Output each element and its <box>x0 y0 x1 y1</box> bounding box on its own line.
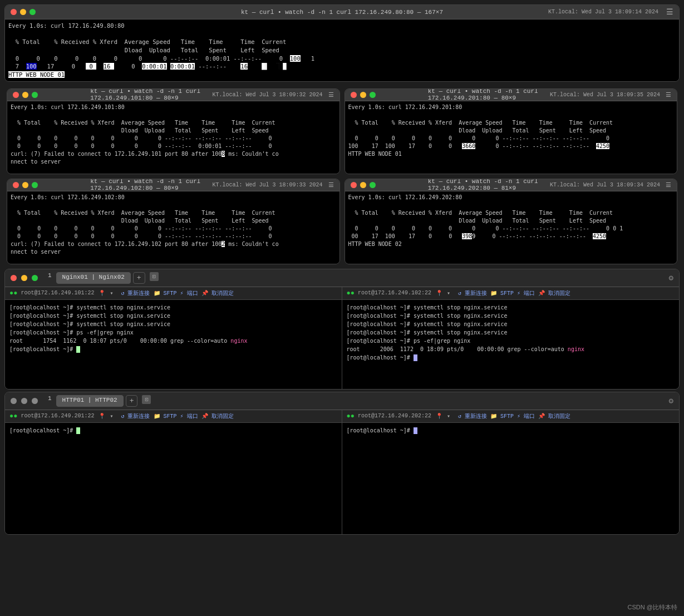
terminal-202-body: Every 1.0s: curl 172.16.249.202:80 % Tot… <box>345 191 677 264</box>
http-tab-1[interactable]: HTTP01 | HTTP02 <box>56 395 124 407</box>
chevron-nginx-1[interactable]: ▾ <box>110 290 113 297</box>
http-pane-2-content: [root@localhost ~]# <box>347 426 675 435</box>
nginx-pane-2-body: [root@localhost ~]# systemctl stop nginx… <box>342 300 680 389</box>
nginx-tab-1[interactable]: Nginx01 | Nginx02 <box>56 272 131 284</box>
unpin-http-1[interactable]: 📌 取消固定 <box>201 412 234 420</box>
terminal-101: kt — curl • watch -d -n 1 curl 172.16.24… <box>7 88 340 174</box>
terminal-202-titlebar: kt — curl • watch -d -n 1 curl 172.16.24… <box>345 179 677 191</box>
location-icon-nginx-2: 📍 <box>436 290 442 297</box>
tab-number: 1 <box>48 272 52 284</box>
terminal-101-titlebar: kt — curl • watch -d -n 1 curl 172.16.24… <box>7 89 339 101</box>
http-pane-1-body: [root@localhost ~]# <box>5 423 342 534</box>
ssh-http-section: 1 HTTP01 | HTTP02 + ⊡ ⚙ ●● root@172.16.2… <box>4 392 680 535</box>
port-nginx-2[interactable]: ⚡ 端口 <box>517 289 535 297</box>
terminal-102-content: Every 1.0s: curl 172.16.249.102:80 % Tot… <box>11 194 336 256</box>
title-202: kt — curl • watch -d -n 1 curl 172.16.24… <box>428 179 594 192</box>
terminal-102-titlebar: kt — curl • watch -d -n 1 curl 172.16.24… <box>7 179 339 191</box>
max-http-session[interactable] <box>32 398 38 404</box>
min-102[interactable] <box>22 182 28 188</box>
scroll-indicator: ☰ <box>666 7 673 17</box>
split-icon-http[interactable]: ⊡ <box>142 395 151 404</box>
unpin-http-2[interactable]: 📌 取消固定 <box>538 412 570 420</box>
close-201[interactable] <box>351 92 357 98</box>
port-http-2[interactable]: ⚡ 端口 <box>517 412 535 420</box>
nginx-tabs: 1 Nginx01 | Nginx02 + ⊡ <box>48 272 159 284</box>
top-terminal-title: kt — curl • watch -d -n 1 curl 172.16.24… <box>241 9 443 16</box>
unpin-nginx-2[interactable]: 📌 取消固定 <box>538 289 570 297</box>
close-button[interactable] <box>11 9 17 15</box>
max-102[interactable] <box>32 182 38 188</box>
nginx-pane-1-header: ●● root@172.16.249.101:22 📍 ▾ ↺ 重新连接 📁 S… <box>5 287 342 300</box>
close-202[interactable] <box>351 182 357 188</box>
ssh-nginx-section: 1 Nginx01 | Nginx02 + ⊡ ⚙ ●● root@172.16… <box>4 269 680 390</box>
unpin-nginx-1[interactable]: 📌 取消固定 <box>201 289 234 297</box>
nginx-ssh-body: ●● root@172.16.249.101:22 📍 ▾ ↺ 重新连接 📁 S… <box>5 287 679 389</box>
split-icon-nginx[interactable]: ⊡ <box>150 272 159 281</box>
tab-number-http: 1 <box>48 395 52 407</box>
port-nginx-1[interactable]: ⚡ 端口 <box>180 289 198 297</box>
sftp-nginx-1[interactable]: 📁 SFTP <box>154 290 177 297</box>
location-icon-nginx-1: 📍 <box>99 290 105 297</box>
title-101: kt — curl • watch -d -n 1 curl 172.16.24… <box>90 88 256 102</box>
ssh-nginx-titlebar: 1 Nginx01 | Nginx02 + ⊡ ⚙ <box>5 269 679 287</box>
port-http-1[interactable]: ⚡ 端口 <box>180 412 198 420</box>
nginx-pane-1-host: root@172.16.249.101:22 <box>21 290 94 296</box>
reconnect-nginx-1[interactable]: ↺ 重新连接 <box>121 289 150 297</box>
gear-icon-http[interactable]: ⚙ <box>669 396 673 406</box>
chevron-http-1[interactable]: ▾ <box>110 413 113 420</box>
http-pane-1-content: [root@localhost ~]# <box>9 426 337 435</box>
minimize-button[interactable] <box>20 9 26 15</box>
http-tabs: 1 HTTP01 | HTTP02 + ⊡ <box>48 395 151 407</box>
location-icon-http-2: 📍 <box>436 413 442 420</box>
min-202[interactable] <box>360 182 366 188</box>
gear-icon-nginx[interactable]: ⚙ <box>669 273 673 283</box>
nginx-pane-2: ●● root@172.16.249.102:22 📍 ▾ ↺ 重新连接 📁 S… <box>342 287 680 389</box>
max-202[interactable] <box>370 182 376 188</box>
close-101[interactable] <box>13 92 19 98</box>
nginx-pane-1-content: [root@localhost ~]# systemctl stop nginx… <box>9 303 337 353</box>
scroll-202: ☰ <box>666 181 671 189</box>
reconnect-http-2[interactable]: ↺ 重新连接 <box>458 412 487 420</box>
scroll-101: ☰ <box>328 91 334 98</box>
terminal-201-titlebar: kt — curl • watch -d -n 1 curl 172.16.24… <box>345 89 677 101</box>
http-pane-2-host: root@172.16.249.202:22 <box>358 413 431 419</box>
chevron-nginx-2[interactable]: ▾ <box>447 290 450 297</box>
top-terminal: kt — curl • watch -d -n 1 curl 172.16.24… <box>4 4 680 82</box>
sftp-http-1[interactable]: 📁 SFTP <box>154 413 177 420</box>
maximize-button[interactable] <box>29 9 36 15</box>
status-dot-http-2: ●● <box>347 412 355 420</box>
http-pane-2-header: ●● root@172.16.249.202:22 📍 ▾ ↺ 重新连接 📁 S… <box>342 410 680 423</box>
sftp-http-2[interactable]: 📁 SFTP <box>490 413 514 420</box>
reconnect-nginx-2[interactable]: ↺ 重新连接 <box>458 289 487 297</box>
max-101[interactable] <box>32 92 38 98</box>
middle-terminal-row: kt — curl • watch -d -n 1 curl 172.16.24… <box>4 86 680 267</box>
min-201[interactable] <box>360 92 366 98</box>
close-nginx-session[interactable] <box>11 275 17 281</box>
max-201[interactable] <box>370 92 376 98</box>
nginx-pane-2-header: ●● root@172.16.249.102:22 📍 ▾ ↺ 重新连接 📁 S… <box>342 287 680 300</box>
chevron-http-2[interactable]: ▾ <box>447 413 450 420</box>
close-http-session[interactable] <box>11 398 17 404</box>
terminal-201: kt — curl • watch -d -n 1 curl 172.16.24… <box>345 88 678 174</box>
nginx-pane-2-host: root@172.16.249.102:22 <box>358 290 431 296</box>
top-terminal-titlebar: kt — curl • watch -d -n 1 curl 172.16.24… <box>5 5 679 19</box>
http-pane-2: ●● root@172.16.249.202:22 📍 ▾ ↺ 重新连接 📁 S… <box>342 410 680 534</box>
nginx-pane-1: ●● root@172.16.249.101:22 📍 ▾ ↺ 重新连接 📁 S… <box>5 287 342 389</box>
top-terminal-body: Every 1.0s: curl 172.16.249.80:80 % Tota… <box>5 19 679 81</box>
terminal-202: kt — curl • watch -d -n 1 curl 172.16.24… <box>345 179 678 264</box>
min-101[interactable] <box>22 92 28 98</box>
min-nginx-session[interactable] <box>21 275 27 281</box>
add-tab-nginx[interactable]: + <box>133 272 145 284</box>
add-tab-http[interactable]: + <box>126 395 138 407</box>
max-nginx-session[interactable] <box>32 275 38 281</box>
reconnect-http-1[interactable]: ↺ 重新连接 <box>121 412 150 420</box>
status-dot-http-1: ●● <box>9 412 17 420</box>
terminal-101-body: Every 1.0s: curl 172.16.249.101:80 % Tot… <box>7 101 339 174</box>
sftp-nginx-2[interactable]: 📁 SFTP <box>490 290 514 297</box>
close-102[interactable] <box>13 182 19 188</box>
location-icon-http-1: 📍 <box>99 413 105 420</box>
min-http-session[interactable] <box>21 398 27 404</box>
watermark: CSDN @比特本特 <box>628 603 677 612</box>
status-dot-nginx-2: ●● <box>347 289 355 297</box>
terminal-101-content: Every 1.0s: curl 172.16.249.101:80 % Tot… <box>11 104 336 166</box>
